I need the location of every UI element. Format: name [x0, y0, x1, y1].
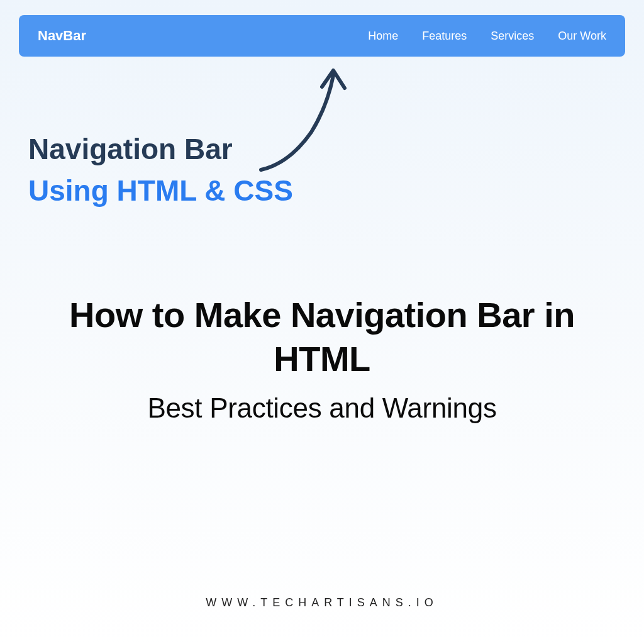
hero-title-line2: Using HTML & CSS: [28, 170, 644, 211]
navbar-example: NavBar Home Features Services Our Work: [19, 15, 625, 57]
nav-link-services: Services: [491, 30, 534, 43]
nav-link-features: Features: [422, 30, 467, 43]
hero-section: Navigation Bar Using HTML & CSS: [0, 132, 644, 211]
nav-link-home: Home: [368, 30, 398, 43]
navbar-brand: NavBar: [38, 28, 86, 44]
navbar-links: Home Features Services Our Work: [368, 30, 606, 43]
arrow-icon: [252, 57, 365, 176]
article-subtitle: Best Practices and Warnings: [38, 392, 606, 424]
article-title: How to Make Navigation Bar in HTML: [38, 293, 606, 381]
footer-url: WWW.TECHARTISANS.IO: [0, 596, 644, 609]
nav-link-our-work: Our Work: [558, 30, 606, 43]
article-heading-section: How to Make Navigation Bar in HTML Best …: [0, 293, 644, 424]
